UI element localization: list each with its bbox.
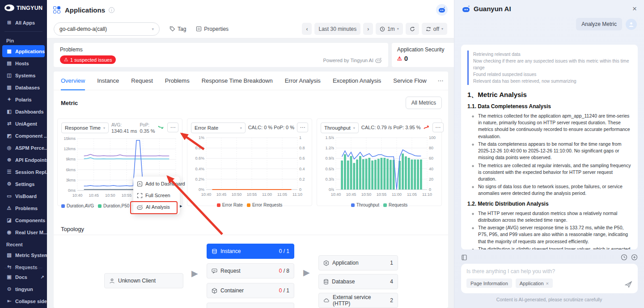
time-prev-button[interactable]: ‹ (302, 23, 312, 35)
tab-error-analysis[interactable]: Error Analysis (285, 72, 321, 90)
legend-swatch (351, 203, 355, 207)
sidebar-item-collapse-sidebar[interactable]: ⇤Collapse sidebar (0, 295, 47, 307)
sidebar-item-session-repl[interactable]: ☰Session Repl... (0, 166, 47, 178)
topology-node-partial[interactable] (207, 303, 294, 308)
legend-item-error-requests[interactable]: Error Requests (247, 203, 282, 207)
legend-swatch (61, 204, 65, 208)
svg-text:3kms: 3kms (66, 178, 76, 182)
sidebar-item-label: Component ... (15, 133, 47, 139)
analyze-metric-chip[interactable]: Analyze Metric (576, 18, 622, 30)
sidebar-item-uniagent[interactable]: ⇄UniAgent (0, 118, 47, 130)
error-rate-chart[interactable]: 0%00.2%0.20.4%0.40.6%0.60.8%0.81%110:401… (191, 135, 308, 202)
close-icon[interactable]: × (546, 281, 549, 286)
sidebar-item-component[interactable]: ◩Component ... (0, 130, 47, 142)
topology-node-unknown-client[interactable]: Unknown Client (104, 273, 183, 288)
metric-selector[interactable]: Error Rate▾ (191, 122, 246, 133)
topology-node-request[interactable]: Request0 / 8 (207, 263, 294, 278)
tab-request[interactable]: Request (131, 72, 153, 90)
topology-node-external-service-http[interactable]: External service (HTTP)2 (318, 293, 398, 308)
context-chip-application[interactable]: Application× (516, 278, 553, 288)
interval-selector[interactable]: 1m▾ (376, 23, 403, 35)
sidebar-item-problems[interactable]: ⚠Problems (0, 202, 47, 214)
suspected-issues-badge[interactable]: ⚠ 1 suspected issues (60, 55, 116, 64)
time-range-button[interactable]: Last 30 minutes (314, 23, 360, 35)
analysis-bullet: The metrics collected for the applicatio… (478, 113, 631, 140)
menu-item-add-to-dashboard[interactable]: Add to Dashboard (133, 178, 180, 190)
sidebar-item-aspm-perce[interactable]: ◎ASPM Perce... (0, 142, 47, 154)
svg-text:0ms: 0ms (68, 188, 76, 193)
legend-item-throughput[interactable]: Throughput (351, 203, 379, 207)
tab-service-flow[interactable]: Service Flow (393, 72, 426, 90)
legend-item-duration-avg[interactable]: Duration,AVG (61, 203, 94, 208)
application-selector[interactable]: go-call-demo-a(call) ▾ (54, 22, 160, 36)
refresh-button[interactable] (406, 23, 419, 35)
close-icon[interactable]: × (632, 5, 637, 13)
sidebar-item-settings[interactable]: ⚙Settings (0, 178, 47, 190)
legend-label: Throughput (356, 203, 379, 207)
sidebar-item-label: tingyun (15, 287, 33, 292)
sidebar-item-components[interactable]: ◪Components (0, 214, 47, 226)
metric-selector[interactable]: Response Time▾ (61, 122, 109, 133)
sidebar-item-systems[interactable]: ◫Systems (0, 69, 47, 81)
tingyun-ai-icon (375, 58, 382, 63)
topology-node-database[interactable]: Database4 (318, 274, 398, 289)
metric-selector[interactable]: Throughput▾ (321, 122, 359, 133)
tab-problems[interactable]: Problems (165, 72, 190, 90)
sidebar-item-label: Metric System (15, 253, 47, 258)
menu-item-full-screen[interactable]: Full Screen (133, 190, 180, 201)
analysis-subheading: 1.1. Data Completeness Analysis (467, 103, 631, 110)
time-next-button[interactable]: › (363, 23, 373, 35)
throughput-chart[interactable]: 0/s00.3/s200.6/s400.9/s601.2/s801.5/s100… (321, 135, 438, 202)
sidebar-item-label: Session Repl... (15, 169, 47, 175)
auto-refresh-selector[interactable]: off▾ (422, 23, 447, 35)
sidebar-item-dashboards[interactable]: ◧Dashboards (0, 105, 47, 118)
chart-menu-button[interactable]: ⋯ (432, 122, 444, 132)
new-chat-icon[interactable] (631, 254, 638, 261)
svg-text:10:50: 10:50 (361, 192, 372, 197)
tab-instance[interactable]: Instance (97, 72, 119, 90)
topology-node-instance[interactable]: Instance0 / 1 (207, 244, 294, 259)
topology-node-application[interactable]: Application1 (318, 255, 398, 270)
tab-overflow-button[interactable]: ⋯ (433, 73, 448, 89)
info-icon[interactable]: i (109, 7, 114, 13)
sidebar-item-api-endpoints[interactable]: ⊕API Endpoints (0, 154, 47, 166)
topology-node-container[interactable]: Container0 / 1 (207, 283, 294, 298)
tab-exception-analysis[interactable]: Exception Analysis (333, 72, 381, 90)
tag-button[interactable]: Tag (169, 26, 186, 32)
sidebar-item-metric-system[interactable]: ▧Metric System (0, 249, 47, 261)
sidebar-item-label: VisBoard (15, 194, 37, 199)
legend-item-requests[interactable]: Requests (383, 203, 407, 207)
request-icon (212, 268, 217, 274)
tab-overview[interactable]: Overview (61, 72, 85, 90)
hosts-icon: ▤ (6, 60, 12, 66)
tingyun-logo[interactable]: TINGYUN (0, 0, 47, 14)
sidebar-item-label: Systems (15, 73, 35, 78)
sidebar-item-all-apps[interactable]: ⊞All Apps (0, 17, 47, 29)
sidebar-item-polaris[interactable]: ✦Polaris (0, 93, 47, 105)
sidebar-item-databases[interactable]: ▥Databases (0, 81, 47, 93)
sidebar-item-visboard[interactable]: ▭VisBoard (0, 190, 47, 202)
sidebar-item-tingyun[interactable]: ⊙tingyun (0, 283, 47, 295)
send-icon[interactable] (625, 281, 632, 288)
sidebar-item-hosts[interactable]: ▤Hosts (0, 57, 47, 69)
ai-assistant-button[interactable] (436, 4, 448, 16)
sidebar-item-docs[interactable]: ▣Docs↗ (0, 271, 47, 283)
svg-text:11:10: 11:10 (292, 192, 302, 197)
chart-menu-button[interactable]: ⋯ (297, 122, 308, 132)
notebook-icon[interactable] (461, 254, 468, 261)
chart-menu-button[interactable]: ⋯ (167, 122, 178, 132)
menu-item-ai-analysis[interactable]: AI Analysis (133, 201, 180, 213)
history-icon[interactable] (621, 254, 627, 261)
all-metrics-button[interactable]: All Metrics (406, 97, 442, 109)
sidebar-item-applications[interactable]: ▦Applications (2, 45, 45, 57)
context-chip-page-information[interactable]: Page Information (466, 278, 512, 288)
legend-item-error-rate[interactable]: Error Rate (217, 203, 243, 207)
sidebar-item-real-user-m[interactable]: ◉Real User M... (0, 226, 47, 238)
sidebar-section-label: Recent (0, 238, 47, 249)
chat-input[interactable]: Is there anything I can help you with? P… (461, 264, 638, 293)
svg-text:0.3/s: 0.3/s (325, 177, 334, 181)
legend-item-duration-p50[interactable]: Duration,P50 (98, 203, 129, 208)
properties-button[interactable]: Properties (196, 26, 229, 32)
tab-response-time-breakdown[interactable]: Response Time Breakdown (202, 72, 273, 90)
sidebar-item-label: Problems (15, 206, 38, 211)
